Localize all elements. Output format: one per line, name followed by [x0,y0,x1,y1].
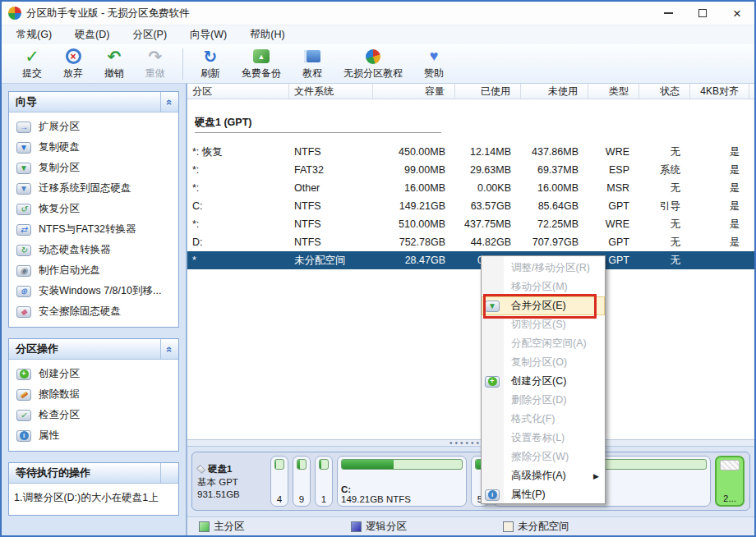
sidebar: 向导 « →扩展分区 ▼复制硬盘 ▼复制分区 ▼迁移系统到固态硬盘 ↺恢复分区 … [2,84,187,535]
col-spacer [749,84,756,99]
disk-block-c[interactable]: C:149.21GB NTFS [337,456,467,507]
menu-item-copy: 复制分区(O) [482,353,605,372]
table-row[interactable]: *:NTFS510.00MB437.75MB72.25MBWRE无是 [187,215,754,233]
erase-data-icon [16,389,31,401]
copy-partition-icon: ▼ [16,163,31,174]
table-row[interactable]: D:NTFS752.78GB44.82GB707.97GBGPT无是 [187,233,754,251]
commit-check-icon: ✓ [25,47,39,67]
minimize-button[interactable] [651,2,685,25]
close-button[interactable]: × [720,2,754,25]
windows-to-go-icon: ⊕ [16,286,31,297]
table-row[interactable]: *:FAT3299.00MB29.63MB69.37MBESP系统是 [187,161,754,179]
sidebar-item-windows-to-go[interactable]: ⊕安装Windows 7/8/10到移... [9,281,178,301]
donate-button[interactable]: ♥ 赞助 [413,48,454,80]
disk1-row: 硬盘1 基本 GPT 931.51GB 4 9 1 [191,452,750,511]
backup-icon: ▲ [253,49,270,63]
col-capacity[interactable]: 容量 [373,84,455,99]
sidebar-item-migrate-os[interactable]: ▼迁移系统到固态硬盘 [9,178,178,199]
sidebar-item-extend-partition[interactable]: →扩展分区 [9,117,178,137]
partition-ops-collapse-button[interactable]: « [160,339,178,359]
wizard-collapse-button[interactable]: « [160,92,178,112]
sidebar-item-dynamic-disk[interactable]: ↻动态硬盘转换器 [9,240,178,260]
col-status[interactable]: 状态 [639,84,690,99]
table-row[interactable]: *: 恢复NTFS450.00MB12.14MB437.86MBWRE无是 [187,143,754,161]
menu-wizard[interactable]: 向导(W) [178,28,238,42]
refresh-button[interactable]: ↻ 刷新 [190,48,231,80]
create-partition-icon: + [16,369,31,380]
submenu-arrow-icon: ▶ [593,472,599,480]
menu-disk[interactable]: 硬盘(D) [63,28,121,42]
sidebar-item-check-partition[interactable]: ✓检查分区 [9,405,178,425]
ntfs-fat32-converter-icon: ⇄ [16,224,31,236]
legend-logical: 逻辑分区 [351,520,503,534]
toolbar-separator [182,48,183,80]
col-4k-align[interactable]: 4KB对齐 [690,84,749,99]
merge-partition-icon: ▼ [485,301,500,312]
disk-block-unallocated-selected[interactable]: 2... [715,456,744,507]
sidebar-item-properties[interactable]: i属性 [9,425,178,446]
main-area: 分区 文件系统 容量 已使用 未使用 类型 状态 4KB对齐 硬盘1 (GPT)… [187,84,754,535]
lossless-tutorial-button[interactable]: 无损分区教程 [333,48,413,80]
menu-general[interactable]: 常规(G) [5,28,63,42]
menu-item-split: 切割分区(S) [482,315,605,334]
disk-block-esp[interactable]: 9 [293,456,311,507]
refresh-icon: ↻ [204,47,218,67]
sidebar-item-create-partition[interactable]: +创建分区 [9,364,178,384]
legend-primary: 主分区 [199,520,351,534]
col-partition[interactable]: 分区 [187,84,289,99]
disk-block-msr[interactable]: 1 [315,456,333,507]
menu-item-properties[interactable]: i 属性(P) [482,485,605,504]
chevron-up-icon: « [164,346,176,351]
sidebar-item-secure-erase[interactable]: ◆安全擦除固态硬盘 [9,301,178,322]
col-used[interactable]: 已使用 [455,84,521,99]
pending-ops-collapse-button[interactable] [160,463,178,483]
sidebar-item-copy-disk[interactable]: ▼复制硬盘 [9,137,178,158]
undo-icon: ↶ [108,47,122,67]
logical-partition-swatch [351,521,362,532]
pending-operation-item: 1.调整分区(D:)的大小在硬盘1上 [9,484,178,515]
wizard-panel-title: 向导 [16,94,37,109]
sidebar-item-erase-data[interactable]: 擦除数据 [9,384,178,405]
menu-item-resize-move: 调整/移动分区(R) [482,259,605,278]
window-title: 分区助手专业版 - 无损分区免费软件 [26,7,190,21]
col-type[interactable]: 类型 [588,84,639,99]
lossless-tutorial-icon [366,49,380,64]
free-backup-button[interactable]: ▲ 免费备份 [231,48,292,80]
copy-disk-icon: ▼ [16,142,31,154]
disk-group-header: 硬盘1 (GPT) [195,116,441,133]
wizard-panel: 向导 « →扩展分区 ▼复制硬盘 ▼复制分区 ▼迁移系统到固态硬盘 ↺恢复分区 … [8,91,179,328]
toolbar: ✓ 提交 × 放弃 ↶ 撤销 ↷ 重做 ↻ 刷新 ▲ 免费备份 教程 [2,44,754,84]
donate-heart-icon: ♥ [430,48,439,65]
partition-ops-title: 分区操作 [16,342,58,356]
menu-item-merge[interactable]: ▼ 合并分区(E) [482,296,605,315]
maximize-icon [698,9,707,17]
undo-button[interactable]: ↶ 撤销 [94,48,135,80]
col-filesystem[interactable]: 文件系统 [289,84,373,99]
tutorial-button[interactable]: 教程 [292,48,333,80]
menu-item-create[interactable]: + 创建分区(C) [482,372,605,391]
commit-button[interactable]: ✓ 提交 [12,48,53,80]
col-unused[interactable]: 未使用 [521,84,588,99]
disk-block-recovery[interactable]: 4 [270,456,288,507]
menu-partition[interactable]: 分区(P) [121,28,178,42]
create-partition-icon: + [485,376,500,388]
pending-ops-header: 等待执行的操作 [9,463,178,484]
sidebar-item-bootable-cd[interactable]: ◉制作启动光盘 [9,260,178,281]
discard-button[interactable]: × 放弃 [53,48,94,80]
menu-help[interactable]: 帮助(H) [238,28,296,42]
sidebar-item-ntfs-fat32[interactable]: ⇄NTFS与FAT32转换器 [9,219,178,240]
pending-ops-panel: 等待执行的操作 1.调整分区(D:)的大小在硬盘1上 [8,462,179,516]
maximize-button[interactable] [685,2,720,25]
table-row[interactable]: *:Other16.00MB0.00KB16.00MBMSR无是 [187,179,754,197]
secure-erase-ssd-icon: ◆ [16,306,31,318]
sidebar-item-copy-partition[interactable]: ▼复制分区 [9,158,178,178]
table-row[interactable]: C:NTFS149.21GB63.57GB85.64GBGPT引导是 [187,197,754,215]
sidebar-item-recover-partition[interactable]: ↺恢复分区 [9,199,178,219]
legend-unallocated: 未分配空间 [503,520,655,534]
menu-item-allocate-free-space: 分配空闲空间(A) [482,334,605,353]
disk1-info[interactable]: 硬盘1 基本 GPT 931.51GB [197,456,266,507]
menu-item-advanced[interactable]: 高级操作(A) ▶ [482,466,605,485]
pane-splitter[interactable]: •••••••• [187,439,754,447]
chevron-up-icon: « [164,99,176,104]
table-row-selected-unallocated[interactable]: *未分配空间28.47GB0.00KB28.47GBGPT无 [187,251,754,269]
